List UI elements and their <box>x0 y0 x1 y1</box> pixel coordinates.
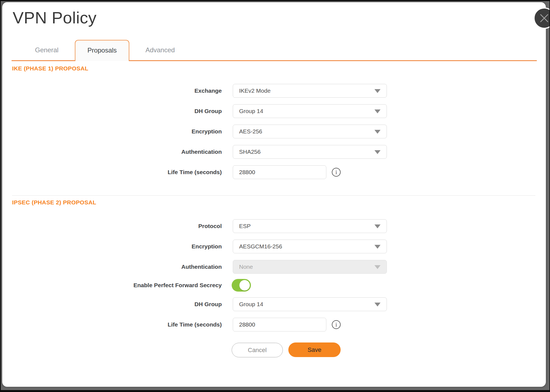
exchange-value: IKEv2 Mode <box>239 87 270 94</box>
encryption2-value: AESGCM16-256 <box>239 243 282 250</box>
life-time-input[interactable] <box>233 165 326 179</box>
chevron-down-icon <box>374 130 381 134</box>
dh-group2-value: Group 14 <box>239 301 263 308</box>
chevron-down-icon <box>374 150 381 154</box>
authentication-row: Authentication SHA256 <box>2 145 546 159</box>
chevron-down-icon <box>374 224 381 228</box>
authentication-value: SHA256 <box>239 149 261 155</box>
info-icon-glyph: i <box>335 169 337 175</box>
encryption2-select[interactable]: AESGCM16-256 <box>233 240 387 253</box>
chevron-down-icon <box>374 245 381 249</box>
pfs-toggle[interactable] <box>232 279 251 292</box>
life-time2-row: Life Time (seconds) i <box>2 318 546 331</box>
protocol-label: Protocol <box>65 219 222 233</box>
authentication2-select-disabled: None <box>233 260 387 274</box>
exchange-row: Exchange IKEv2 Mode <box>2 84 546 98</box>
screen-edge-bottom <box>0 390 550 392</box>
tab-bar: General Proposals Advanced <box>12 40 537 61</box>
info-icon[interactable]: i <box>332 320 341 329</box>
tab-general[interactable]: General <box>22 40 72 60</box>
exchange-label: Exchange <box>65 84 222 98</box>
chevron-down-icon <box>374 89 381 93</box>
dh-group-select[interactable]: Group 14 <box>233 104 387 118</box>
screen-edge-top <box>0 0 550 1</box>
chevron-down-icon <box>374 109 381 113</box>
encryption-select[interactable]: AES-256 <box>233 125 387 138</box>
save-button[interactable]: Save <box>288 342 341 357</box>
phase1-section-heading: IKE (PHASE 1) PROPOSAL <box>12 65 88 72</box>
authentication2-label: Authentication <box>65 260 222 274</box>
life-time2-label: Life Time (seconds) <box>65 318 222 331</box>
chevron-down-icon <box>374 303 381 306</box>
desktop-background: { "dialog": { "title": "VPN Policy" }, "… <box>0 0 550 392</box>
section-divider <box>12 195 535 196</box>
close-icon <box>540 13 549 23</box>
life-time2-input[interactable] <box>233 318 326 331</box>
life-time-label: Life Time (seconds) <box>65 165 222 179</box>
encryption-row: Encryption AES-256 <box>2 125 546 138</box>
dh-group2-select[interactable]: Group 14 <box>233 297 387 311</box>
life-time-row: Life Time (seconds) i <box>2 165 546 179</box>
phase2-section-heading: IPSEC (PHASE 2) PROPOSAL <box>12 199 96 206</box>
protocol-row: Protocol ESP <box>2 219 546 233</box>
protocol-value: ESP <box>239 223 251 229</box>
dh-group-value: Group 14 <box>239 108 263 114</box>
encryption-value: AES-256 <box>239 128 262 135</box>
authentication2-row: Authentication None <box>2 260 546 274</box>
chevron-down-icon <box>374 265 381 269</box>
dh-group-label: DH Group <box>65 104 222 118</box>
cancel-button[interactable]: Cancel <box>232 343 283 357</box>
vpn-policy-dialog: VPN Policy General Proposals Advanced IK… <box>2 2 546 387</box>
pfs-label: Enable Perfect Forward Secrecy <box>65 279 222 292</box>
tab-advanced[interactable]: Advanced <box>133 40 188 60</box>
info-icon[interactable]: i <box>332 168 341 177</box>
encryption2-label: Encryption <box>65 240 222 253</box>
screen-edge-left <box>0 0 1 392</box>
page-title: VPN Policy <box>13 8 97 27</box>
dh-group-row: DH Group Group 14 <box>2 104 546 118</box>
authentication-select[interactable]: SHA256 <box>233 145 387 159</box>
authentication-label: Authentication <box>65 145 222 159</box>
exchange-select[interactable]: IKEv2 Mode <box>233 84 387 98</box>
tab-proposals[interactable]: Proposals <box>75 40 129 61</box>
pfs-row: Enable Perfect Forward Secrecy <box>2 279 546 292</box>
encryption2-row: Encryption AESGCM16-256 <box>2 240 546 253</box>
info-icon-glyph: i <box>335 322 337 327</box>
dh-group2-label: DH Group <box>65 297 222 311</box>
encryption-label: Encryption <box>65 125 222 138</box>
authentication2-value: None <box>239 264 253 270</box>
toggle-knob <box>239 280 250 290</box>
dh-group2-row: DH Group Group 14 <box>2 297 546 311</box>
protocol-select[interactable]: ESP <box>233 219 387 233</box>
